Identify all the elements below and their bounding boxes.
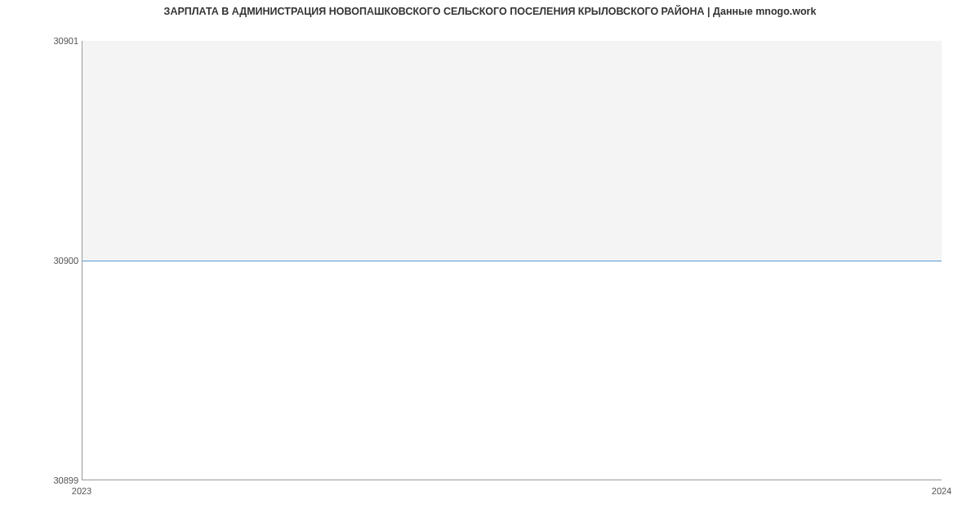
x-axis-tick-label: 2024 — [932, 486, 951, 496]
area-fill — [82, 41, 942, 261]
data-line — [82, 261, 942, 261]
chart-title: ЗАРПЛАТА В АДМИНИСТРАЦИЯ НОВОПАШКОВСКОГО… — [0, 6, 980, 17]
x-axis-tick-label: 2023 — [72, 486, 91, 496]
y-axis-tick-label: 30899 — [53, 475, 78, 485]
plot-area — [82, 41, 942, 480]
y-axis-tick-label: 30901 — [53, 36, 78, 46]
chart-container: ЗАРПЛАТА В АДМИНИСТРАЦИЯ НОВОПАШКОВСКОГО… — [0, 0, 980, 531]
y-axis-tick-label: 30900 — [53, 256, 78, 266]
